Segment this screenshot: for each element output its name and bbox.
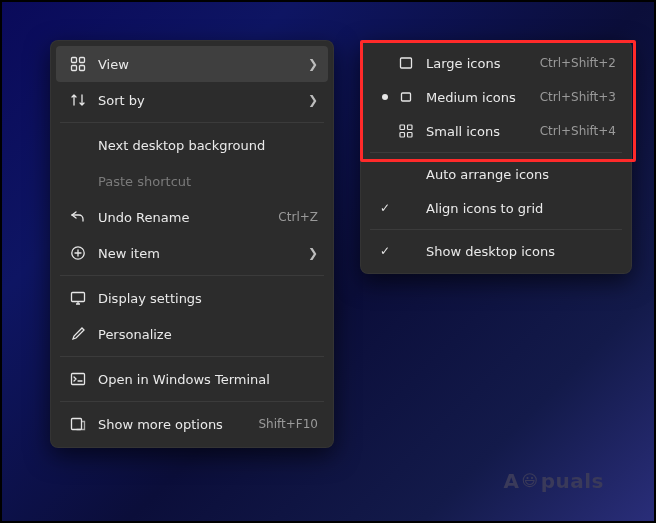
- menu-undo-rename-accel: Ctrl+Z: [268, 210, 318, 224]
- submenu-large-icons-accel: Ctrl+Shift+2: [530, 56, 616, 70]
- submenu-auto-arrange[interactable]: Auto arrange icons: [366, 157, 626, 191]
- svg-rect-12: [400, 133, 405, 138]
- menu-more-options-accel: Shift+F10: [248, 417, 318, 431]
- radio-selected-icon: [376, 94, 394, 100]
- svg-rect-7: [72, 419, 82, 430]
- menu-personalize-label: Personalize: [90, 327, 318, 342]
- menu-open-terminal[interactable]: Open in Windows Terminal: [56, 361, 328, 397]
- svg-rect-13: [408, 133, 413, 138]
- submenu-medium-icons[interactable]: Medium icons Ctrl+Shift+3: [366, 80, 626, 114]
- menu-sort-by[interactable]: Sort by ❯: [56, 82, 328, 118]
- separator: [60, 275, 324, 276]
- svg-rect-10: [400, 125, 405, 130]
- svg-rect-6: [72, 374, 85, 385]
- svg-rect-1: [80, 58, 85, 63]
- chevron-right-icon: ❯: [304, 93, 318, 107]
- submenu-medium-icons-accel: Ctrl+Shift+3: [530, 90, 616, 104]
- terminal-icon: [66, 371, 90, 387]
- svg-rect-8: [401, 58, 412, 68]
- separator: [60, 401, 324, 402]
- submenu-large-icons[interactable]: Large icons Ctrl+Shift+2: [366, 46, 626, 80]
- menu-display-settings-label: Display settings: [90, 291, 318, 306]
- checkmark-icon: ✓: [376, 201, 394, 215]
- watermark: A 😃 puals: [504, 469, 604, 493]
- submenu-show-desktop-icons-label: Show desktop icons: [418, 244, 616, 259]
- menu-more-options[interactable]: Show more options Shift+F10: [56, 406, 328, 442]
- menu-sort-by-label: Sort by: [90, 93, 304, 108]
- menu-paste-shortcut-label: Paste shortcut: [90, 174, 318, 189]
- medium-icons-icon: [394, 89, 418, 105]
- display-icon: [66, 290, 90, 306]
- large-icons-icon: [394, 55, 418, 71]
- submenu-show-desktop-icons[interactable]: ✓ Show desktop icons: [366, 234, 626, 268]
- svg-rect-9: [402, 93, 411, 101]
- more-options-icon: [66, 416, 90, 432]
- separator: [370, 152, 622, 153]
- small-icons-icon: [394, 123, 418, 139]
- chevron-right-icon: ❯: [304, 57, 318, 71]
- svg-rect-3: [80, 66, 85, 71]
- submenu-small-icons[interactable]: Small icons Ctrl+Shift+4: [366, 114, 626, 148]
- separator: [60, 122, 324, 123]
- checkmark-icon: ✓: [376, 244, 394, 258]
- watermark-a: A: [504, 469, 520, 493]
- chevron-right-icon: ❯: [304, 246, 318, 260]
- submenu-small-icons-accel: Ctrl+Shift+4: [530, 124, 616, 138]
- view-grid-icon: [66, 56, 90, 72]
- menu-undo-rename-label: Undo Rename: [90, 210, 268, 225]
- menu-open-terminal-label: Open in Windows Terminal: [90, 372, 318, 387]
- menu-undo-rename[interactable]: Undo Rename Ctrl+Z: [56, 199, 328, 235]
- menu-new-item-label: New item: [90, 246, 304, 261]
- desktop-context-menu: View ❯ Sort by ❯ Next desktop background…: [50, 40, 334, 448]
- submenu-small-icons-label: Small icons: [418, 124, 530, 139]
- menu-display-settings[interactable]: Display settings: [56, 280, 328, 316]
- menu-paste-shortcut: Paste shortcut: [56, 163, 328, 199]
- submenu-medium-icons-label: Medium icons: [418, 90, 530, 105]
- menu-more-options-label: Show more options: [90, 417, 248, 432]
- submenu-align-grid[interactable]: ✓ Align icons to grid: [366, 191, 626, 225]
- menu-new-item[interactable]: New item ❯: [56, 235, 328, 271]
- menu-view[interactable]: View ❯: [56, 46, 328, 82]
- menu-personalize[interactable]: Personalize: [56, 316, 328, 352]
- paint-icon: [66, 326, 90, 342]
- watermark-face-icon: 😃: [522, 471, 539, 490]
- sort-icon: [66, 92, 90, 108]
- svg-rect-5: [72, 293, 85, 302]
- view-submenu: Large icons Ctrl+Shift+2 Medium icons Ct…: [360, 40, 632, 274]
- watermark-rest: puals: [541, 469, 604, 493]
- plus-circle-icon: [66, 245, 90, 261]
- separator: [60, 356, 324, 357]
- menu-next-bg-label: Next desktop background: [90, 138, 318, 153]
- submenu-auto-arrange-label: Auto arrange icons: [418, 167, 616, 182]
- menu-view-label: View: [90, 57, 304, 72]
- svg-rect-11: [408, 125, 413, 130]
- separator: [370, 229, 622, 230]
- submenu-large-icons-label: Large icons: [418, 56, 530, 71]
- svg-rect-2: [72, 66, 77, 71]
- submenu-align-grid-label: Align icons to grid: [418, 201, 616, 216]
- undo-icon: [66, 209, 90, 225]
- svg-rect-0: [72, 58, 77, 63]
- menu-next-desktop-bg[interactable]: Next desktop background: [56, 127, 328, 163]
